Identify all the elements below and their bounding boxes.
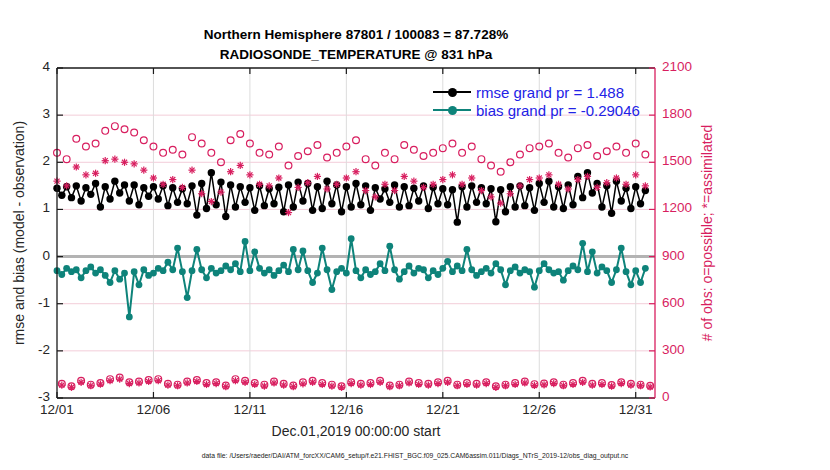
- legend-bias-entry: bias grand pr = -0.29046: [433, 101, 640, 119]
- y-right-tick-label: 1200: [662, 200, 704, 215]
- x-tick-label: 12/11: [220, 402, 280, 417]
- rmse-marker-icon: [448, 88, 457, 97]
- y-left-tick-label: 1: [0, 200, 50, 215]
- data-file-footer: data file: /Users/raeder/DAI/ATM_forcXX/…: [0, 452, 830, 459]
- x-tick-label: 12/21: [413, 402, 473, 417]
- y-left-tick-label: -1: [0, 295, 50, 310]
- figure: Northern Hemisphere 87801 / 100083 = 87.…: [0, 0, 830, 470]
- x-tick-label: 12/01: [27, 402, 87, 417]
- legend-bias-label: bias grand pr = -0.29046: [476, 102, 640, 119]
- bias-line: [57, 239, 645, 317]
- y-left-tick-label: 2: [0, 153, 50, 168]
- y-right-tick-label: 0: [662, 389, 704, 404]
- y-right-tick-label: 1500: [662, 153, 704, 168]
- y-left-tick-label: -2: [0, 342, 50, 357]
- y-right-tick-label: 900: [662, 248, 704, 263]
- x-tick-label: 12/06: [123, 402, 183, 417]
- legend-rmse-entry: rmse grand pr = 1.488: [433, 83, 640, 101]
- y-right-tick-label: 1800: [662, 106, 704, 121]
- y-right-tick-label: 300: [662, 342, 704, 357]
- y-right-tick-label: 2100: [662, 59, 704, 74]
- legend: rmse grand pr = 1.488 bias grand pr = -0…: [433, 83, 640, 119]
- x-tick-label: 12/26: [509, 402, 569, 417]
- legend-rmse-label: rmse grand pr = 1.488: [476, 84, 624, 101]
- x-tick-label: 12/31: [606, 402, 666, 417]
- rmse-line-sample: [433, 91, 471, 93]
- bias-marker-icon: [448, 106, 457, 115]
- y-left-tick-label: 3: [0, 106, 50, 121]
- y-left-tick-label: 4: [0, 59, 50, 74]
- rmse-markers: [53, 169, 649, 226]
- bias-line-sample: [433, 109, 471, 111]
- bias-markers: [54, 235, 649, 320]
- y-left-tick-label: 0: [0, 248, 50, 263]
- y-right-tick-label: 600: [662, 295, 704, 310]
- x-axis-label: Dec.01,2019 00:00:00 start: [57, 423, 655, 439]
- x-tick-label: 12/16: [316, 402, 376, 417]
- timeseries-plot: [0, 0, 830, 470]
